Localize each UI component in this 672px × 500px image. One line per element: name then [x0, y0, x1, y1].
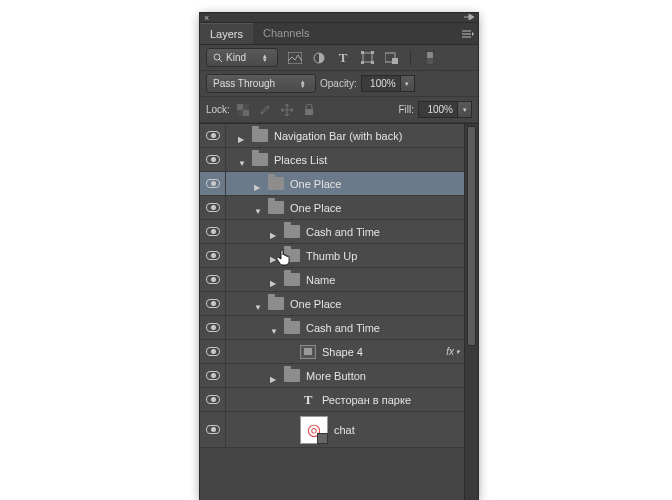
panel-titlebar[interactable]: × — [200, 13, 478, 23]
layer-name[interactable]: Cash and Time — [306, 226, 380, 238]
opacity-value[interactable]: 100% — [361, 75, 401, 92]
opacity-field[interactable]: 100% ▾ — [361, 75, 415, 92]
visibility-toggle[interactable] — [200, 388, 226, 411]
svg-rect-6 — [361, 61, 364, 64]
layer-name[interactable]: chat — [334, 424, 355, 436]
filter-shape-icon[interactable] — [358, 49, 376, 67]
layer-row[interactable]: Cash and Time — [200, 220, 464, 244]
chevron-down-icon[interactable]: ▾ — [458, 101, 472, 118]
visibility-toggle[interactable] — [200, 124, 226, 147]
visibility-toggle[interactable] — [200, 268, 226, 291]
layer-row[interactable]: One Place — [200, 196, 464, 220]
visibility-toggle[interactable] — [200, 316, 226, 339]
layer-list[interactable]: Navigation Bar (with back)Places ListOne… — [200, 124, 464, 500]
layer-name[interactable]: One Place — [290, 202, 341, 214]
layer-row[interactable]: Places List — [200, 148, 464, 172]
disclosure-triangle-icon[interactable] — [238, 132, 246, 140]
visibility-toggle[interactable] — [200, 172, 226, 195]
disclosure-triangle-icon[interactable] — [254, 204, 262, 212]
layer-row[interactable]: One Place — [200, 172, 464, 196]
layer-effects-badge[interactable]: fx▾ — [446, 346, 460, 357]
layer-row[interactable]: ◎chat — [200, 412, 464, 448]
scrollbar-thumb[interactable] — [467, 126, 476, 346]
filter-pixel-icon[interactable] — [286, 49, 304, 67]
layer-content: TРесторан в парке — [226, 388, 464, 411]
close-icon[interactable]: × — [204, 13, 209, 23]
lock-brush-icon[interactable] — [256, 101, 274, 119]
visibility-toggle[interactable] — [200, 220, 226, 243]
layer-row[interactable]: Shape 4fx▾ — [200, 340, 464, 364]
layer-row[interactable]: More Button — [200, 364, 464, 388]
visibility-toggle[interactable] — [200, 148, 226, 171]
filter-toggle-switch[interactable] — [421, 49, 439, 67]
layer-name[interactable]: One Place — [290, 178, 341, 190]
blend-row: Pass Through ▴▾ Opacity: 100% ▾ — [200, 71, 478, 97]
layer-name[interactable]: Navigation Bar (with back) — [274, 130, 402, 142]
layer-name[interactable]: More Button — [306, 370, 366, 382]
layer-row[interactable]: Navigation Bar (with back) — [200, 124, 464, 148]
eye-icon — [206, 251, 220, 260]
svg-rect-16 — [305, 109, 313, 115]
disclosure-triangle-icon[interactable] — [254, 180, 262, 188]
lock-transparent-icon[interactable] — [234, 101, 252, 119]
layer-name[interactable]: Shape 4 — [322, 346, 363, 358]
panel-menu-icon[interactable] — [458, 23, 478, 44]
eye-icon — [206, 131, 220, 140]
fill-field[interactable]: 100% ▾ — [418, 101, 472, 118]
eye-icon — [206, 395, 220, 404]
disclosure-triangle-icon[interactable] — [270, 324, 278, 332]
layer-name[interactable]: Thumb Up — [306, 250, 357, 262]
svg-rect-12 — [237, 104, 243, 110]
layer-content: Shape 4fx▾ — [226, 340, 464, 363]
lock-move-icon[interactable] — [278, 101, 296, 119]
search-icon — [213, 53, 223, 63]
visibility-toggle[interactable] — [200, 340, 226, 363]
blend-mode-label: Pass Through — [213, 78, 275, 89]
filter-smart-icon[interactable] — [382, 49, 400, 67]
folder-icon — [284, 225, 300, 238]
folder-icon — [268, 297, 284, 310]
filter-kind-dropdown[interactable]: Kind ▴▾ — [206, 48, 278, 67]
scrollbar[interactable] — [464, 124, 478, 500]
layer-name[interactable]: Ресторан в парке — [322, 394, 411, 406]
fill-value[interactable]: 100% — [418, 101, 458, 118]
disclosure-triangle-icon[interactable] — [254, 300, 262, 308]
folder-icon — [284, 369, 300, 382]
layer-content: ◎chat — [226, 412, 464, 447]
layer-name[interactable]: Name — [306, 274, 335, 286]
blend-mode-dropdown[interactable]: Pass Through ▴▾ — [206, 74, 316, 93]
layer-row[interactable]: TРесторан в парке — [200, 388, 464, 412]
visibility-toggle[interactable] — [200, 292, 226, 315]
disclosure-triangle-icon[interactable] — [270, 276, 278, 284]
tab-channels[interactable]: Channels — [253, 23, 319, 44]
svg-rect-5 — [371, 51, 374, 54]
layer-content: Thumb Up — [226, 244, 464, 267]
layer-row[interactable]: Cash and Time — [200, 316, 464, 340]
type-layer-icon: T — [300, 392, 316, 408]
layer-content: Cash and Time — [226, 316, 464, 339]
layer-row[interactable]: Name — [200, 268, 464, 292]
disclosure-triangle-icon[interactable] — [238, 156, 246, 164]
lock-all-icon[interactable] — [300, 101, 318, 119]
visibility-toggle[interactable] — [200, 412, 226, 447]
layer-name[interactable]: Places List — [274, 154, 327, 166]
visibility-toggle[interactable] — [200, 244, 226, 267]
eye-icon — [206, 371, 220, 380]
chevron-down-icon[interactable]: ▾ — [401, 75, 415, 92]
visibility-toggle[interactable] — [200, 364, 226, 387]
layer-name[interactable]: One Place — [290, 298, 341, 310]
svg-rect-4 — [361, 51, 364, 54]
layer-name[interactable]: Cash and Time — [306, 322, 380, 334]
collapse-icon[interactable] — [464, 14, 474, 20]
tab-layers[interactable]: Layers — [200, 23, 253, 44]
layer-content: One Place — [226, 292, 464, 315]
filter-adjust-icon[interactable] — [310, 49, 328, 67]
disclosure-triangle-icon[interactable] — [270, 372, 278, 380]
panel-tabs: Layers Channels — [200, 23, 478, 45]
filter-type-icon[interactable]: T — [334, 49, 352, 67]
layer-row[interactable]: Thumb Up — [200, 244, 464, 268]
disclosure-triangle-icon[interactable] — [270, 228, 278, 236]
visibility-toggle[interactable] — [200, 196, 226, 219]
eye-icon — [206, 203, 220, 212]
layer-row[interactable]: One Place — [200, 292, 464, 316]
